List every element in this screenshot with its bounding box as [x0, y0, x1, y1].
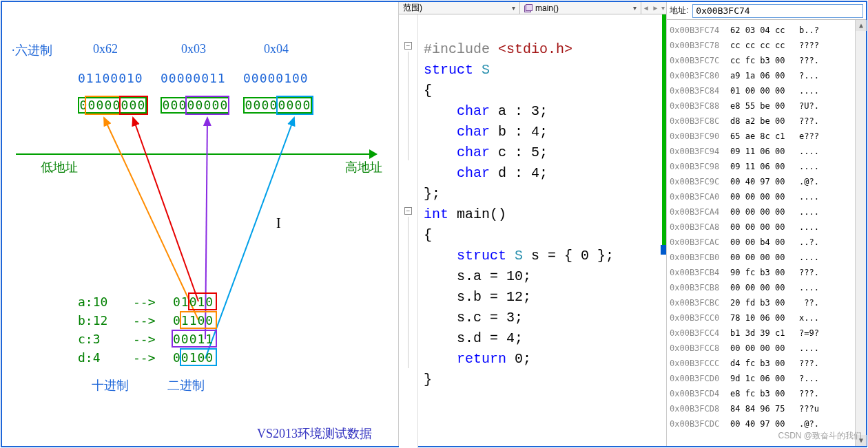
nav-down-icon[interactable]: ▾	[661, 4, 665, 12]
mem-ascii: b..?	[799, 23, 819, 38]
code-body: − − #include <stdio.h> struct S { char a…	[399, 14, 666, 448]
hex-value-2: 0x04	[264, 42, 289, 56]
mem-addr: 0x00B3FCA4	[670, 204, 730, 220]
mem-addr: 0x00B3FC88	[670, 98, 730, 114]
mem-addr: 0x00B3FCD4	[670, 386, 730, 401]
mem-hex: 62 03 04 cc	[730, 23, 799, 38]
assign-d-arrow: -->	[133, 350, 156, 365]
mem-addr: 0x00B3FC7C	[670, 53, 730, 68]
fold-line	[408, 217, 409, 368]
memory-row: 0x00B3FCA800 00 00 00....	[670, 220, 866, 235]
mem-addr: 0x00B3FC94	[670, 144, 730, 159]
mem-hex: 00 00 00 00	[730, 220, 799, 235]
address-label: 地址:	[670, 5, 688, 17]
mem-addr: 0x00B3FCBC	[670, 295, 730, 310]
mem-ascii: ???.	[799, 265, 819, 280]
mem-addr: 0x00B3FCCC	[670, 356, 730, 371]
address-input[interactable]	[692, 4, 863, 18]
mem-hex: 00 00 00 00	[730, 189, 799, 204]
hex-value-0: 0x62	[93, 42, 118, 56]
mem-hex: 00 40 97 00	[730, 416, 799, 431]
assign-b-arrow: -->	[133, 313, 156, 328]
memory-row: 0x00B3FCAC00 00 b4 00..?.	[670, 235, 866, 250]
memory-row: 0x00B3FCD09d 1c 06 00?...	[670, 371, 866, 386]
mem-hex: 00 00 00 00	[730, 280, 799, 295]
mem-hex: e8 fc b3 00	[730, 386, 799, 401]
memory-row: 0x00B3FCB000 00 00 00....	[670, 250, 866, 265]
scroll-up-icon[interactable]: ▲	[856, 20, 867, 31]
change-bar	[662, 14, 666, 245]
mem-hex: 00 00 00 00	[730, 204, 799, 220]
assign-c-bin: 00011	[173, 332, 214, 346]
memory-row: 0x00B3FC8Cd8 a2 be 00???.	[670, 114, 866, 129]
mem-hex: 09 11 06 00	[730, 159, 799, 174]
memory-row: 0x00B3FCCCd4 fc b3 00???.	[670, 356, 866, 371]
svg-line-0	[133, 118, 198, 301]
scroll-down-icon[interactable]: ▼	[856, 435, 867, 446]
memory-row: 0x00B3FCA000 00 00 00....	[670, 189, 866, 204]
assign-b-name: b:12	[78, 313, 107, 328]
fold-toggle[interactable]: −	[404, 207, 412, 215]
memory-row: 0x00B3FCC800 00 00 00....	[670, 341, 866, 356]
mem-ascii: ....	[799, 189, 819, 204]
text-cursor: I	[276, 215, 281, 231]
mem-ascii: ..?.	[799, 235, 819, 250]
mem-hex: a9 1a 06 00	[730, 68, 799, 83]
vertical-scrollbar[interactable]: ▲ ▼	[855, 20, 866, 446]
mem-ascii: ....	[799, 341, 819, 356]
memory-row: 0x00B3FCD884 84 96 75???u	[670, 401, 866, 416]
memory-row: 0x00B3FCA400 00 00 00....	[670, 204, 866, 220]
mem-addr: 0x00B3FCB0	[670, 250, 730, 265]
fold-toggle[interactable]: −	[404, 42, 412, 50]
mem-ascii: ....	[799, 280, 819, 295]
chevron-down-icon: ▾	[512, 4, 515, 12]
assign-d-name: d:4	[78, 350, 101, 365]
code-toolbar: 范围) ▾ main() ▾ ◄ ► ▾	[399, 2, 666, 14]
mem-hex: 78 10 06 00	[730, 310, 799, 326]
mem-ascii: .@?.	[799, 174, 819, 189]
scope-label: 范围)	[403, 2, 422, 14]
code-panel: 范围) ▾ main() ▾ ◄ ► ▾ − − #include <stdio…	[398, 2, 667, 446]
function-dropdown[interactable]: main() ▾	[520, 2, 641, 14]
mem-addr: 0x00B3FCC0	[670, 310, 730, 326]
memory-row: 0x00B3FCB490 fc b3 00???.	[670, 265, 866, 280]
code-editor[interactable]: #include <stdio.h> struct S { char a : 3…	[418, 14, 666, 448]
mem-addr: 0x00B3FC84	[670, 83, 730, 98]
mem-ascii: ....	[799, 220, 819, 235]
bin-value-1: 00000011	[161, 71, 226, 85]
function-label: main()	[535, 3, 559, 13]
memory-row: 0x00B3FC9409 11 06 00....	[670, 144, 866, 159]
code-gutter: − −	[399, 14, 418, 448]
screenshot-frame: ·六进制 0x62 0x03 0x04 01100010 00000011 00…	[1, 1, 867, 447]
mem-addr: 0x00B3FC90	[670, 129, 730, 144]
bin-value-2: 00000100	[243, 71, 309, 85]
mem-hex: d8 a2 be 00	[730, 114, 799, 129]
nav-fwd-icon[interactable]: ►	[652, 4, 659, 12]
bin-value-0: 01100010	[78, 71, 143, 85]
mem-ascii: x...	[799, 310, 819, 326]
mem-addr: 0x00B3FCA8	[670, 220, 730, 235]
mem-addr: 0x00B3FCC8	[670, 341, 730, 356]
mem-hex: 01 00 00 00	[730, 83, 799, 98]
mem-hex: 84 84 96 75	[730, 401, 799, 416]
mem-addr: 0x00B3FCD8	[670, 401, 730, 416]
nav-back-icon[interactable]: ◄	[643, 4, 650, 12]
mem-hex: 9d 1c 06 00	[730, 371, 799, 386]
hex-system-label: ·六进制	[12, 42, 52, 58]
mem-hex: 00 00 00 00	[730, 341, 799, 356]
svg-line-1	[104, 118, 198, 320]
assign-d-bin: 00100	[173, 350, 214, 365]
high-addr-label: 高地址	[345, 159, 382, 175]
fold-line	[408, 52, 409, 160]
mem-hex: 20 fd b3 00	[730, 295, 799, 310]
mem-addr: 0x00B3FCAC	[670, 235, 730, 250]
mem-ascii: ???.	[799, 386, 819, 401]
byte-box-0: 0 0 0 0 0 0 0 0	[78, 97, 147, 114]
assign-a-arrow: -->	[133, 295, 156, 309]
mem-addr: 0x00B3FCDC	[670, 416, 730, 431]
mem-ascii: ???u	[799, 401, 819, 416]
scope-dropdown[interactable]: 范围) ▾	[399, 2, 520, 14]
mem-ascii: ....	[799, 83, 819, 98]
memory-rows[interactable]: 0x00B3FC7462 03 04 ccb..?0x00B3FC78cc cc…	[667, 20, 866, 446]
memory-row: 0x00B3FC80a9 1a 06 00?...	[670, 68, 866, 83]
